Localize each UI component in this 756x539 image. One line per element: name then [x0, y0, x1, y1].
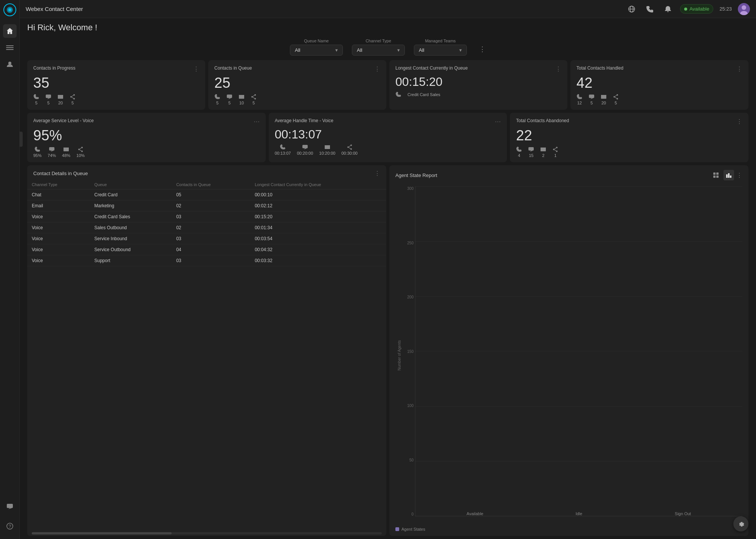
- table-row[interactable]: Chat Credit Card 05 00:00:10: [27, 190, 386, 200]
- table-row[interactable]: Voice Credit Card Sales 03 00:15:20: [27, 211, 386, 222]
- cip-email-sub: 20: [57, 94, 64, 105]
- bell-icon-btn[interactable]: [662, 3, 674, 15]
- avg-service-level-value: 95%: [33, 128, 260, 143]
- table-row[interactable]: Voice Support 03 00:03:32: [27, 255, 386, 266]
- svg-line-29: [253, 97, 254, 98]
- cell-contacts: 03: [172, 211, 250, 222]
- app-logo[interactable]: [3, 3, 17, 17]
- queue-name-select[interactable]: All ▾: [290, 45, 343, 56]
- cell-queue: Support: [90, 255, 172, 266]
- longest-contact-menu[interactable]: ⋮: [555, 65, 561, 73]
- agent-state-menu[interactable]: ⋮: [736, 172, 742, 179]
- aht-share-sub: 00:30:00: [341, 144, 358, 155]
- total-contacts-abandoned-menu[interactable]: ⋮: [736, 118, 742, 125]
- status-pill[interactable]: Available: [680, 4, 714, 14]
- bar-signout: Sign Out: [672, 510, 694, 516]
- managed-teams-value: All: [419, 47, 424, 53]
- grid-view-btn[interactable]: [711, 170, 721, 180]
- asl-share-sub: 10%: [76, 146, 85, 158]
- svg-point-39: [81, 147, 83, 148]
- contacts-in-queue-card: Contacts in Queue ⋮ 25 5 5 10: [208, 60, 386, 110]
- table-row[interactable]: Voice Service Inbound 03 00:03:54: [27, 233, 386, 244]
- avg-service-level-menu[interactable]: ⋯: [254, 118, 260, 125]
- col-channel-type: Channel Type: [27, 180, 90, 190]
- avg-service-level-title: Average Service Level - Voice: [33, 118, 94, 124]
- cell-contacts: 04: [172, 244, 250, 255]
- total-contacts-handled-title: Total Contacts Handled: [576, 65, 623, 71]
- contacts-in-queue-menu[interactable]: ⋮: [374, 65, 380, 73]
- y-label-200: 200: [407, 295, 414, 299]
- cip-share-sub: 5: [70, 94, 76, 105]
- svg-line-35: [615, 95, 617, 96]
- contacts-in-progress-title: Contacts in Progress: [33, 65, 75, 71]
- cell-contacts: 02: [172, 222, 250, 233]
- filter-extra-menu[interactable]: ⋮: [479, 45, 486, 56]
- contact-details-card: Contact Details in Queue ⋮ Channel Type …: [27, 165, 386, 536]
- svg-rect-61: [716, 176, 719, 178]
- table-scrollbar[interactable]: [32, 532, 382, 534]
- contact-details-menu[interactable]: ⋮: [374, 170, 380, 177]
- legend-label: Agent States: [401, 527, 425, 531]
- table-row[interactable]: Voice Service Outbound 04 00:04:32: [27, 244, 386, 255]
- svg-line-56: [555, 148, 556, 149]
- asl-email-value: 48%: [62, 153, 70, 158]
- avg-handle-time-menu[interactable]: ⋯: [495, 118, 501, 125]
- globe-icon-btn[interactable]: [626, 3, 638, 15]
- svg-rect-23: [227, 95, 232, 98]
- managed-teams-chevron-icon: ▾: [459, 47, 462, 53]
- phone-icon-btn[interactable]: [644, 3, 656, 15]
- cell-queue: Sales Outbound: [90, 222, 172, 233]
- y-label-0: 0: [411, 512, 414, 516]
- topbar-title: Webex Contact Center: [26, 6, 83, 12]
- total-contacts-handled-menu[interactable]: ⋮: [736, 65, 742, 73]
- svg-rect-16: [46, 95, 51, 98]
- settings-fab[interactable]: [733, 516, 748, 531]
- queue-name-chevron-icon: ▾: [335, 47, 338, 53]
- y-label-250: 250: [407, 241, 414, 245]
- ciq-chat-sub: 5: [226, 94, 232, 105]
- bar-idle-label: Idle: [576, 511, 582, 516]
- sidebar-item-help[interactable]: ?: [3, 519, 17, 533]
- cip-share-value: 5: [71, 101, 74, 105]
- managed-teams-select[interactable]: All ▾: [414, 45, 467, 56]
- ciq-phone-value: 5: [216, 101, 218, 105]
- sidebar-item-menu[interactable]: [3, 41, 17, 54]
- session-timer: 25:23: [719, 6, 732, 12]
- aht-chat-value: 00:20:00: [297, 151, 313, 155]
- sidebar-item-agent[interactable]: [3, 57, 17, 71]
- user-avatar[interactable]: [738, 3, 750, 15]
- svg-point-55: [556, 151, 558, 152]
- bar-chart-btn[interactable]: [723, 170, 734, 180]
- sidebar-collapse-btn[interactable]: ‹: [20, 132, 23, 147]
- table-row[interactable]: Voice Sales Outbound 02 00:01:34: [27, 222, 386, 233]
- svg-point-54: [553, 149, 555, 150]
- tch-share-sub: 5: [613, 94, 619, 105]
- svg-point-18: [73, 94, 75, 96]
- longest-contact-value: 00:15:20: [395, 76, 561, 88]
- svg-line-22: [72, 97, 73, 98]
- channel-type-label: Channel Type: [352, 39, 405, 43]
- svg-text:?: ?: [8, 524, 11, 529]
- lcq-phone-sub: [395, 92, 401, 98]
- contact-details-table-container[interactable]: Channel Type Queue Contacts in Queue Lon…: [27, 180, 386, 531]
- page-header: Hi Rick, Welcome !: [20, 18, 756, 36]
- cell-channel: Voice: [27, 233, 90, 244]
- tch-phone-sub: 12: [576, 94, 582, 105]
- channel-type-select[interactable]: All ▾: [352, 45, 405, 56]
- table-row[interactable]: Email Marketing 02 00:02:12: [27, 200, 386, 211]
- svg-rect-60: [713, 176, 716, 178]
- tca-chat-sub: 15: [528, 146, 534, 158]
- svg-point-20: [73, 98, 75, 99]
- tch-phone-value: 12: [577, 101, 582, 105]
- cell-longest: 00:00:10: [250, 190, 386, 200]
- status-label: Available: [689, 6, 710, 12]
- cell-queue: Service Inbound: [90, 233, 172, 244]
- svg-line-50: [349, 148, 350, 149]
- y-label-50: 50: [409, 458, 414, 462]
- tch-chat-sub: 5: [589, 94, 595, 105]
- cell-channel: Voice: [27, 211, 90, 222]
- sidebar-item-chat[interactable]: [3, 500, 17, 513]
- y-axis-title: Number of Agents: [397, 340, 401, 370]
- sidebar-item-home[interactable]: [3, 24, 17, 38]
- contacts-in-progress-menu[interactable]: ⋮: [193, 65, 199, 73]
